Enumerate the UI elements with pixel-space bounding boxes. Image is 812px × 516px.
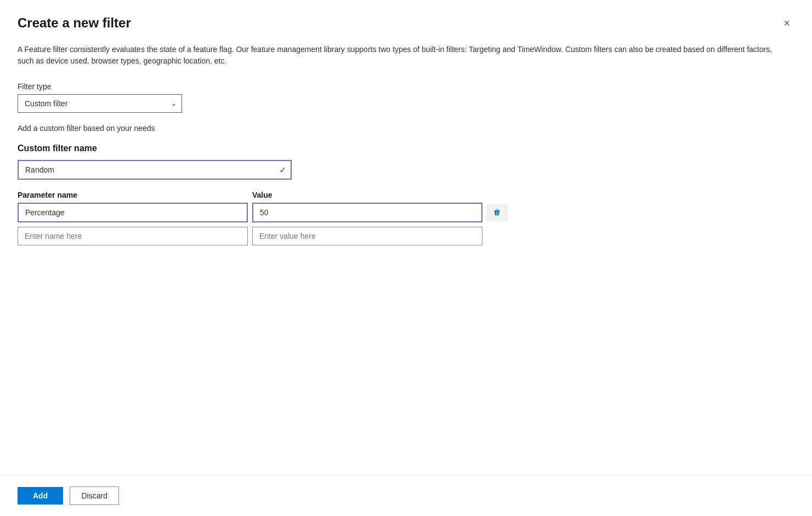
add-button[interactable]: Add: [18, 487, 63, 504]
filter-type-select[interactable]: Custom filter Targeting TimeWindow: [18, 94, 182, 113]
custom-filter-name-input-wrapper: ✓: [18, 160, 292, 180]
filter-type-group: Filter type Custom filter Targeting Time…: [18, 82, 794, 113]
description-text: A Feature filter consistently evaluates …: [18, 44, 774, 67]
close-button[interactable]: ×: [779, 15, 794, 31]
dialog-header: Create a new filter ×: [0, 0, 812, 39]
param-value-input-2[interactable]: [252, 227, 482, 245]
param-name-input-1[interactable]: [18, 203, 248, 222]
helper-text: Add a custom filter based on your needs: [18, 124, 794, 133]
param-name-input-2[interactable]: [18, 227, 248, 245]
param-name-column-header: Parameter name: [18, 191, 248, 199]
params-header: Parameter name Value: [18, 191, 794, 199]
create-filter-dialog: Create a new filter × A Feature filter c…: [0, 0, 812, 516]
dialog-footer: Add Discard: [0, 475, 812, 516]
dialog-body: A Feature filter consistently evaluates …: [0, 39, 812, 475]
filter-type-select-wrapper: Custom filter Targeting TimeWindow ⌄: [18, 94, 182, 113]
custom-filter-name-input[interactable]: [18, 160, 292, 180]
param-row-empty: [18, 227, 794, 245]
trash-icon: [493, 208, 502, 217]
delete-param-button-1[interactable]: [487, 204, 508, 221]
dialog-title: Create a new filter: [18, 15, 131, 31]
filter-type-label: Filter type: [18, 82, 794, 91]
param-row: [18, 203, 794, 222]
parameters-section: Parameter name Value: [18, 191, 794, 245]
discard-button[interactable]: Discard: [70, 486, 119, 505]
custom-filter-name-label: Custom filter name: [18, 144, 794, 153]
custom-filter-name-group: Custom filter name ✓: [18, 144, 794, 180]
param-value-input-1[interactable]: [252, 203, 482, 222]
param-value-column-header: Value: [252, 191, 482, 199]
checkmark-icon: ✓: [279, 165, 286, 175]
